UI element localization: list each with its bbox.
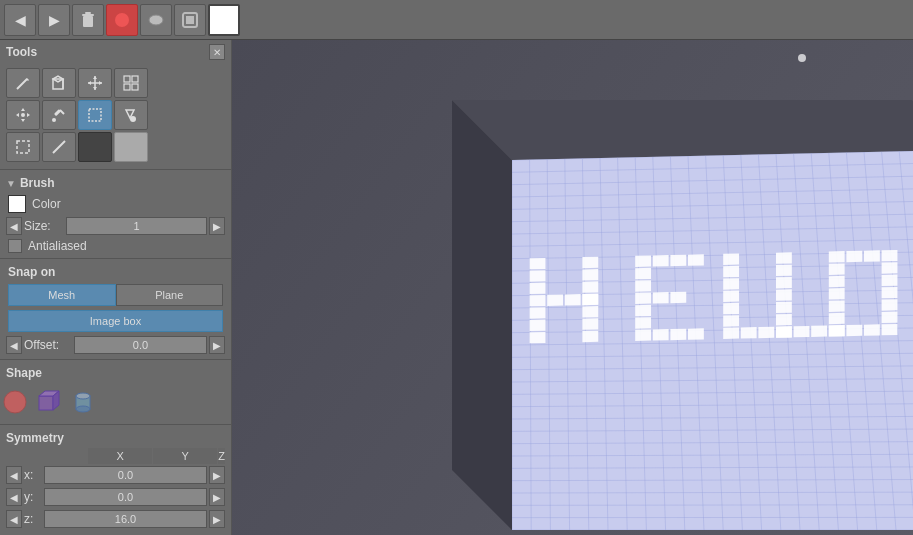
sym-z-increment[interactable]: ▶ — [209, 510, 225, 528]
offset-row: ◀ Offset: 0.0 ▶ — [0, 334, 231, 356]
symmetry-label: Symmetry — [6, 431, 64, 445]
sym-z-track[interactable]: 16.0 — [44, 510, 207, 528]
image-box-button[interactable]: Image box — [8, 310, 223, 332]
eraser-icon — [147, 11, 165, 29]
svg-rect-32 — [17, 141, 29, 153]
sym-y-header: Y — [153, 448, 217, 464]
sym-z-row: ◀ z: 16.0 ▶ — [0, 508, 231, 530]
svg-point-3 — [115, 13, 129, 27]
sym-x-increment[interactable]: ▶ — [209, 466, 225, 484]
svg-point-26 — [21, 113, 25, 117]
box-shape-button[interactable] — [34, 387, 64, 417]
main-area: Tools ✕ — [0, 40, 913, 535]
svg-rect-20 — [124, 84, 130, 90]
svg-line-7 — [17, 79, 27, 89]
eyedropper-btn[interactable] — [42, 100, 76, 130]
forward-button[interactable]: ▶ — [38, 4, 70, 36]
svg-point-29 — [52, 118, 56, 122]
erase-button[interactable] — [140, 4, 172, 36]
offset-track[interactable]: 0.0 — [74, 336, 207, 354]
size-track[interactable]: 1 — [66, 217, 207, 235]
delete-button[interactable] — [72, 4, 104, 36]
sym-y-decrement[interactable]: ◀ — [6, 488, 22, 506]
svg-rect-28 — [54, 109, 61, 116]
color-label: Color — [32, 197, 61, 211]
shape-section-header: Shape — [0, 363, 231, 383]
lasso-btn[interactable] — [6, 132, 40, 162]
shape-icons — [0, 383, 231, 421]
svg-point-4 — [149, 15, 163, 25]
back-button[interactable]: ◀ — [4, 4, 36, 36]
trash-icon — [79, 11, 97, 29]
svg-rect-35 — [39, 396, 53, 410]
sym-y-increment[interactable]: ▶ — [209, 488, 225, 506]
size-spinner: ◀ Size: 1 ▶ — [0, 215, 231, 237]
toolbar: ◀ ▶ — [0, 0, 913, 40]
svg-rect-0 — [83, 16, 93, 27]
svg-rect-19 — [132, 76, 138, 82]
transform-btn[interactable] — [78, 68, 112, 98]
offset-decrement-button[interactable]: ◀ — [6, 336, 22, 354]
shape-label: Shape — [6, 366, 42, 380]
stamp-icon — [181, 11, 199, 29]
svg-rect-2 — [85, 12, 91, 14]
svg-point-40 — [76, 406, 90, 412]
pencil-icon-btn[interactable] — [6, 68, 40, 98]
offset-label: Offset: — [24, 338, 72, 352]
light-swatch — [114, 132, 148, 162]
snap-plane-button[interactable]: Plane — [116, 284, 224, 306]
antialiased-label: Antialiased — [28, 239, 87, 253]
offset-increment-button[interactable]: ▶ — [209, 336, 225, 354]
tools-close-button[interactable]: ✕ — [209, 44, 225, 60]
snap-mesh-button[interactable]: Mesh — [8, 284, 116, 306]
brush-section-header: ▼ Brush — [0, 173, 231, 193]
sym-z-label: z: — [24, 512, 42, 526]
move-btn[interactable] — [6, 100, 40, 130]
snap-label: Snap on — [0, 262, 231, 282]
svg-rect-1 — [82, 14, 94, 16]
brush-arrow: ▼ — [6, 178, 16, 189]
sym-z-header: Z — [218, 448, 225, 464]
svg-rect-6 — [186, 16, 194, 24]
svg-marker-15 — [93, 87, 97, 90]
svg-marker-17 — [99, 81, 102, 85]
size-decrement-button[interactable]: ◀ — [6, 217, 22, 235]
brush-label: Brush — [20, 176, 55, 190]
svg-point-34 — [4, 391, 26, 413]
sym-y-track[interactable]: 0.0 — [44, 488, 207, 506]
rect-select-btn[interactable] — [78, 100, 112, 130]
canvas-area[interactable] — [232, 40, 913, 535]
svg-line-27 — [60, 110, 64, 114]
sym-x-row: ◀ x: 0.0 ▶ — [0, 464, 231, 486]
symmetry-section-header: Symmetry — [0, 428, 231, 448]
antialiased-row: Antialiased — [0, 237, 231, 255]
cylinder-shape-button[interactable] — [68, 387, 98, 417]
sym-z-decrement[interactable]: ◀ — [6, 510, 22, 528]
sym-x-header: X — [88, 448, 152, 464]
sym-x-track[interactable]: 0.0 — [44, 466, 207, 484]
3d-canvas[interactable] — [232, 40, 913, 535]
sym-x-label: x: — [24, 468, 42, 482]
antialiased-checkbox[interactable] — [8, 239, 22, 253]
svg-point-39 — [76, 393, 90, 399]
stamp-button[interactable] — [174, 4, 206, 36]
dark-swatch — [78, 132, 112, 162]
line-btn[interactable] — [42, 132, 76, 162]
tools-title: Tools — [6, 45, 37, 59]
fill-btn[interactable] — [114, 100, 148, 130]
cube-select-btn[interactable] — [42, 68, 76, 98]
tool-grid — [0, 64, 231, 166]
svg-marker-22 — [21, 108, 25, 111]
sym-y-row: ◀ y: 0.0 ▶ — [0, 486, 231, 508]
color-swatch-button[interactable] — [208, 4, 240, 36]
svg-rect-18 — [124, 76, 130, 82]
sphere-shape-button[interactable] — [0, 387, 30, 417]
grid-btn[interactable] — [114, 68, 148, 98]
color-swatch[interactable] — [8, 195, 26, 213]
size-increment-button[interactable]: ▶ — [209, 217, 225, 235]
svg-rect-21 — [132, 84, 138, 90]
sym-x-decrement[interactable]: ◀ — [6, 466, 22, 484]
svg-rect-30 — [89, 109, 101, 121]
brush-tool-button[interactable] — [106, 4, 138, 36]
left-panel: Tools ✕ — [0, 40, 232, 535]
